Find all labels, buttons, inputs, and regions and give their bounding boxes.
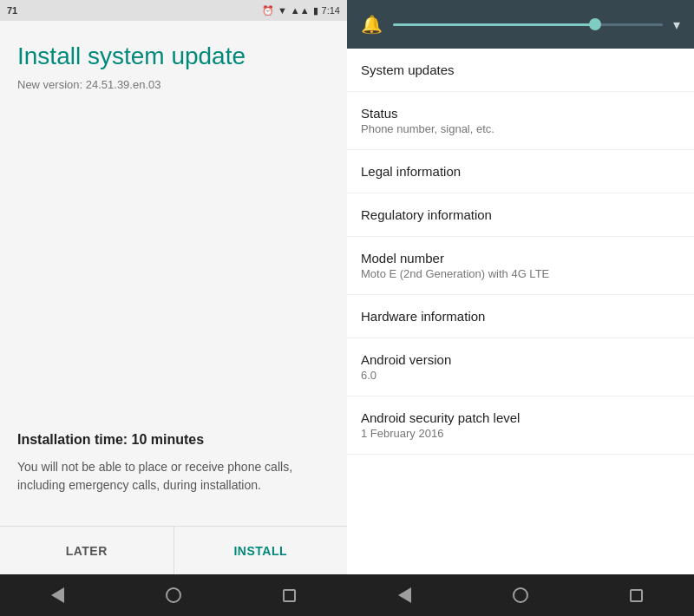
update-title: Install system update <box>17 42 330 71</box>
update-version: New version: 24.51.39.en.03 <box>17 78 330 91</box>
volume-slider[interactable] <box>393 23 663 26</box>
menu-item-0[interactable]: System updates <box>347 49 694 92</box>
notification-badge: 71 <box>7 5 17 16</box>
install-button[interactable]: INSTALL <box>174 527 348 574</box>
right-home-button[interactable] <box>507 581 534 609</box>
settings-menu-list: System updatesStatusPhone number, signal… <box>347 49 694 574</box>
right-back-icon <box>398 587 411 603</box>
menu-item-6[interactable]: Android version6.0 <box>347 338 694 396</box>
time-display: 7:14 <box>322 5 340 16</box>
left-panel: 71 ⏰ ▼ ▲▲ ▮ 7:14 Install system update N… <box>0 0 347 616</box>
back-icon <box>51 587 64 603</box>
chevron-down-icon[interactable]: ▾ <box>673 16 680 33</box>
status-bar-right: ⏰ ▼ ▲▲ ▮ 7:14 <box>262 5 340 16</box>
battery-icon: ▮ <box>313 5 318 16</box>
menu-item-title-0: System updates <box>361 62 680 77</box>
menu-item-5[interactable]: Hardware information <box>347 295 694 338</box>
left-nav-bar <box>0 574 347 616</box>
recents-icon <box>283 589 296 602</box>
bell-icon: 🔔 <box>361 14 383 35</box>
menu-item-7[interactable]: Android security patch level1 February 2… <box>347 396 694 455</box>
right-recents-icon <box>630 589 643 602</box>
update-warning: You will not be able to place or receive… <box>17 458 330 495</box>
menu-item-title-4: Model number <box>361 251 680 265</box>
status-bar: 71 ⏰ ▼ ▲▲ ▮ 7:14 <box>0 0 347 21</box>
recents-button[interactable] <box>275 581 303 609</box>
installation-time: Installation time: 10 minutes <box>17 432 330 448</box>
menu-item-title-6: Android version <box>361 352 680 367</box>
menu-item-title-3: Regulatory information <box>361 207 680 222</box>
menu-item-title-5: Hardware information <box>361 309 680 324</box>
menu-item-1[interactable]: StatusPhone number, signal, etc. <box>347 92 694 150</box>
later-button[interactable]: LATER <box>0 527 174 574</box>
right-back-button[interactable] <box>391 581 419 609</box>
home-icon <box>166 587 181 603</box>
menu-item-subtitle-6: 6.0 <box>361 369 680 382</box>
right-panel: 🔔 ▾ System updatesStatusPhone number, si… <box>347 0 694 616</box>
menu-item-title-2: Legal information <box>361 164 680 179</box>
menu-item-subtitle-7: 1 February 2016 <box>361 427 680 440</box>
action-buttons: LATER INSTALL <box>0 526 347 574</box>
menu-item-subtitle-1: Phone number, signal, etc. <box>361 122 680 135</box>
menu-item-3[interactable]: Regulatory information <box>347 193 694 237</box>
update-content: Install system update New version: 24.51… <box>0 21 347 526</box>
right-home-icon <box>513 587 528 603</box>
menu-item-title-1: Status <box>361 106 680 121</box>
spacer <box>17 105 330 432</box>
right-nav-bar <box>347 574 694 616</box>
notification-bar: 🔔 ▾ <box>347 0 694 49</box>
menu-item-2[interactable]: Legal information <box>347 150 694 193</box>
back-button[interactable] <box>44 581 72 609</box>
home-button[interactable] <box>160 581 187 609</box>
alarm-icon: ⏰ <box>262 5 274 16</box>
slider-fill <box>393 23 595 26</box>
menu-item-4[interactable]: Model numberMoto E (2nd Generation) with… <box>347 237 694 295</box>
wifi-icon: ▼ <box>278 5 287 16</box>
right-recents-button[interactable] <box>622 581 650 609</box>
menu-item-subtitle-4: Moto E (2nd Generation) with 4G LTE <box>361 267 680 280</box>
slider-thumb <box>589 18 601 30</box>
signal-icon: ▲▲ <box>291 5 310 16</box>
menu-item-title-7: Android security patch level <box>361 410 680 425</box>
